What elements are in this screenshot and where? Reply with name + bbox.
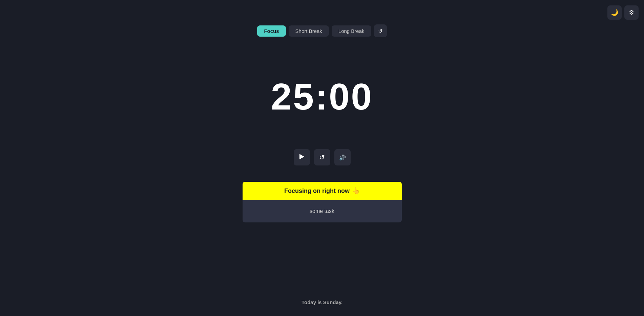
tab-short-break-label: Short Break [295,28,322,34]
moon-icon: 🌙 [611,9,618,16]
dark-mode-button[interactable]: 🌙 [607,5,622,20]
settings-icon: ⚙ [629,9,634,16]
mode-tabs: Focus Short Break Long Break ↺ [257,24,387,37]
play-icon [299,154,304,161]
timer-display: 25:00 [271,78,373,115]
tab-long-break-label: Long Break [338,28,365,34]
footer: Today is Sunday. [302,299,342,305]
cursor-icon: 👆 [352,187,360,195]
sound-button[interactable]: 🔊 [334,149,351,165]
tab-long-break[interactable]: Long Break [332,25,371,37]
top-controls: 🌙 ⚙ [607,5,639,20]
focus-task-text: some task [310,208,334,214]
reset-button[interactable]: ↺ [314,149,330,165]
focus-card: Focusing on right now 👆 some task [243,182,402,222]
focus-body: some task [243,200,402,222]
reset-icon: ↺ [319,153,325,161]
focus-header[interactable]: Focusing on right now 👆 [243,182,402,200]
tab-focus-label: Focus [264,28,279,34]
mode-reset-icon: ↺ [378,28,382,34]
controls-row: ↺ 🔊 [294,149,351,165]
timer-value: 25:00 [271,76,373,117]
footer-text: Today is Sunday. [302,299,342,305]
tab-focus[interactable]: Focus [257,25,286,37]
play-button[interactable] [294,149,310,165]
svg-marker-0 [299,154,304,159]
mode-reset-button[interactable]: ↺ [374,24,387,37]
sound-icon: 🔊 [339,154,346,161]
tab-short-break[interactable]: Short Break [289,25,329,37]
settings-button[interactable]: ⚙ [624,5,639,20]
focus-header-text: Focusing on right now [284,187,350,195]
